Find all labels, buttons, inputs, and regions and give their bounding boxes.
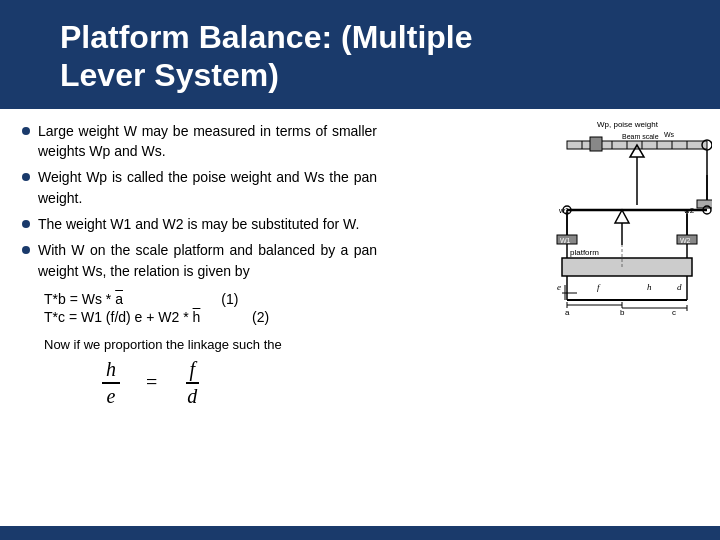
eq1-number: (1): [221, 291, 238, 307]
svg-text:b: b: [620, 308, 625, 317]
svg-marker-22: [615, 210, 629, 223]
bullet-dot-2: [22, 173, 30, 181]
eq2-text: T*c = W1 (f/d) e + W2 * h: [44, 309, 212, 325]
svg-text:e: e: [557, 282, 561, 292]
slide-container: Platform Balance: (Multiple Lever System…: [0, 0, 720, 540]
header-section: Platform Balance: (Multiple Lever System…: [0, 0, 720, 109]
svg-text:W2: W2: [680, 237, 691, 244]
title-line1: Platform Balance: (Multiple: [60, 19, 473, 55]
equation-2: T*c = W1 (f/d) e + W2 * h (2): [44, 309, 359, 325]
eq1-text: T*b = Ws * a: [44, 291, 181, 307]
fraction-equals: =: [146, 371, 157, 394]
bullet-text-1: Large weight W may be measured in terms …: [38, 121, 377, 162]
svg-text:a: a: [565, 308, 570, 317]
diagram-svg: Wp, poise weight Ws Beam scale: [402, 115, 712, 405]
bullet-item-4: With W on the scale platform and balance…: [22, 240, 377, 281]
content-area: Large weight W may be measured in terms …: [0, 109, 720, 526]
svg-rect-25: [562, 258, 692, 276]
slide-title: Platform Balance: (Multiple Lever System…: [60, 18, 700, 95]
svg-text:Wp, poise weight: Wp, poise weight: [597, 120, 659, 129]
bullet-item-3: The weight W1 and W2 is may be substitut…: [22, 214, 377, 234]
fraction-h-over-e: h e: [102, 358, 120, 408]
fraction-h-num: h: [102, 358, 120, 384]
bullet-text-4: With W on the scale platform and balance…: [38, 240, 377, 281]
bullet-text-3: The weight W1 and W2 is may be substitut…: [38, 214, 359, 234]
bottom-text: Now if we proportion the linkage such th…: [22, 331, 377, 356]
svg-text:d: d: [677, 282, 682, 292]
eq1-overline: a: [115, 291, 123, 307]
svg-text:h: h: [647, 282, 652, 292]
eq2-number: (2): [252, 309, 269, 325]
svg-rect-46: [590, 137, 602, 151]
diagram-container: Wp, poise weight Ws Beam scale: [402, 115, 712, 405]
bullet-dot-3: [22, 220, 30, 228]
fraction-f-over-d: f d: [183, 358, 201, 408]
fraction-h-den: e: [103, 384, 120, 408]
left-panel: Large weight W may be measured in terms …: [0, 109, 395, 526]
bullet-dot-4: [22, 246, 30, 254]
bullet-item-2: Weight Wp is called the poise weight and…: [22, 167, 377, 208]
bullet-text-2: Weight Wp is called the poise weight and…: [38, 167, 377, 208]
svg-text:platform: platform: [570, 248, 599, 257]
equation-1: T*b = Ws * a (1): [44, 291, 359, 307]
svg-text:Beam scale: Beam scale: [622, 133, 659, 140]
bullet-dot-1: [22, 127, 30, 135]
svg-text:f: f: [597, 282, 601, 292]
fraction-f-num: f: [186, 358, 200, 384]
title-line2: Lever System): [60, 57, 279, 93]
bullet-item-1: Large weight W may be measured in terms …: [22, 121, 377, 162]
svg-text:w2: w2: [683, 206, 695, 215]
fraction-section: h e = f d: [22, 356, 377, 412]
svg-text:Ws: Ws: [664, 131, 675, 138]
svg-text:c: c: [672, 308, 676, 317]
svg-text:W1: W1: [560, 237, 571, 244]
fraction-f-den: d: [183, 384, 201, 408]
eq2-overline: h: [193, 309, 201, 325]
right-panel: Wp, poise weight Ws Beam scale: [395, 109, 720, 526]
bottom-bar: [0, 526, 720, 540]
equations-section: T*b = Ws * a (1) T*c = W1 (f/d) e + W2 *…: [22, 287, 377, 331]
